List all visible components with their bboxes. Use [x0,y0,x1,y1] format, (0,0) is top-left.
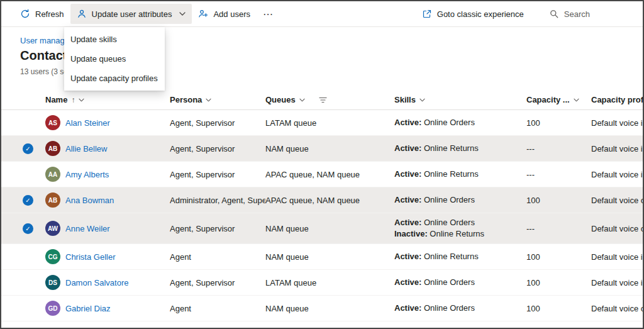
capacity-profile-cell: Default voice i [591,170,644,179]
avatar: AW [45,221,60,236]
search-icon [549,9,559,19]
avatar-cell: AS [45,115,65,130]
update-user-attributes-label: Update user attributes [92,9,172,19]
skills-cell: Active: Online OrdersInactive: Online Re… [394,213,526,243]
capacity-cell: 100 [526,278,591,287]
chevron-down-icon [79,98,84,102]
update-user-attributes-button[interactable]: Update user attributes [70,4,192,24]
row-select-cell[interactable]: ✓ [20,195,45,206]
table-row[interactable]: ✓ AS Alan Steiner Agent, Supervisor LATA… [1,110,643,136]
capacity-cell: 100 [526,196,591,205]
capacity-profile-cell: Default voice i [591,278,644,287]
column-label-persona: Persona [170,95,202,104]
selected-check-icon: ✓ [23,143,33,154]
chevron-down-icon [206,98,211,102]
menu-item-update-skills[interactable]: Update skills [64,30,165,49]
column-header-capacity-profile[interactable]: Capacity profile [591,95,644,104]
capacity-cell: --- [526,170,591,179]
table-row[interactable]: ✓ DS Damon Salvatore Agent, Supervisor L… [1,270,643,296]
capacity-profile-cell: Default voice c [591,304,644,313]
column-header-persona[interactable]: Persona [170,95,265,104]
persona-cell: Agent, Supervisor [170,170,265,179]
column-header-skills[interactable]: Skills [394,95,526,104]
table-row[interactable]: ✓ GD Gabriel Diaz Agent NAM queue Active… [1,296,643,321]
skills-cell: Active: Online Returns [394,139,526,158]
avatar-cell: GD [45,301,65,316]
user-name-link[interactable]: Amy Alberts [65,170,109,179]
capacity-profile-cell: Default voice i [591,144,644,153]
capacity-cell: 100 [526,304,591,313]
skills-cell: Active: Online Orders [394,299,526,318]
column-label-name: Name [45,95,67,104]
person-icon [77,9,87,19]
capacity-cell: --- [526,224,591,233]
capacity-cell: --- [526,144,591,153]
row-select-cell[interactable]: ✓ [20,169,45,180]
column-label-capacity: Capacity ... [526,95,570,104]
app-window: Refresh Update user attributes [0,0,644,329]
skills-cell: Active: Online Returns [394,165,526,184]
refresh-label: Refresh [35,9,64,19]
table-body: ✓ AS Alan Steiner Agent, Supervisor LATA… [1,110,643,321]
user-name-link[interactable]: Ana Bowman [65,196,114,205]
capacity-profile-cell: Default voice c [591,196,644,205]
persona-cell: Agent, Supervisor [170,118,265,128]
user-name-link[interactable]: Christa Geller [65,252,115,262]
persona-cell: Agent [170,304,265,313]
table-row[interactable]: ✓ CG Christa Geller Agent NAM queue Acti… [1,244,643,270]
add-person-icon [198,9,208,19]
search-button[interactable]: Search [543,4,596,24]
more-icon: ⋯ [263,8,274,20]
queues-cell: APAC queue, NAM queue [265,170,394,179]
goto-classic-label: Goto classic experience [437,9,524,19]
queues-cell: NAM queue [265,224,394,233]
row-select-cell[interactable]: ✓ [20,118,45,128]
table-row[interactable]: ✓ AW Anne Weiler Agent, Supervisor NAM q… [1,213,643,244]
table-row[interactable]: ✓ AB Ana Bowman Administrator, Agent, Su… [1,187,643,213]
update-attributes-menu: Update skills Update queues Update capac… [64,27,165,91]
chevron-down-icon [179,12,186,16]
user-name-link[interactable]: Allie Bellew [65,144,107,153]
open-in-window-icon [422,9,432,19]
row-select-cell[interactable]: ✓ [20,143,45,154]
avatar: DS [45,275,60,290]
avatar-cell: AB [45,192,65,208]
users-table: Name ↑ Persona Queues Skills Capacity ..… [1,90,643,321]
goto-classic-experience-button[interactable]: Goto classic experience [416,4,530,24]
capacity-profile-cell: Default voice c [591,224,644,233]
column-header-queues[interactable]: Queues [265,95,394,104]
avatar: AB [45,192,60,208]
sort-ascending-icon: ↑ [71,96,75,104]
selected-check-icon: ✓ [23,223,33,234]
row-select-cell[interactable]: ✓ [20,252,45,262]
refresh-button[interactable]: Refresh [14,4,70,24]
table-row[interactable]: ✓ AA Amy Alberts Agent, Supervisor APAC … [1,162,643,187]
refresh-icon [20,9,30,19]
user-name-link[interactable]: Alan Steiner [65,118,110,128]
capacity-cell: 100 [526,118,591,128]
menu-item-update-capacity-profiles[interactable]: Update capacity profiles [64,69,165,88]
row-select-cell[interactable]: ✓ [20,223,45,234]
queues-cell: NAM queue [265,304,394,313]
queues-cell: NAM queue [265,144,394,153]
user-name-link[interactable]: Gabriel Diaz [65,304,111,313]
column-header-name[interactable]: Name ↑ [45,95,170,104]
skills-cell: Active: Online Orders [394,273,526,292]
add-users-button[interactable]: Add users [192,4,257,24]
row-select-cell[interactable]: ✓ [20,277,45,288]
user-name-link[interactable]: Damon Salvatore [65,278,128,287]
persona-cell: Agent, Supervisor [170,278,265,287]
queues-cell: LATAM queue [265,118,394,128]
more-commands-button[interactable]: ⋯ [257,4,280,24]
column-header-capacity[interactable]: Capacity ... [526,95,591,104]
capacity-profile-cell: Default voice i [591,118,644,128]
menu-item-update-queues[interactable]: Update queues [64,49,165,69]
user-name-link[interactable]: Anne Weiler [65,224,110,233]
row-select-cell[interactable]: ✓ [20,303,45,314]
queues-cell: NAM queue [265,252,394,262]
persona-cell: Agent, Supervisor [170,144,265,153]
avatar-cell: DS [45,275,65,290]
table-row[interactable]: ✓ AB Allie Bellew Agent, Supervisor NAM … [1,136,643,162]
persona-cell: Administrator, Agent, Supervisor [170,196,265,205]
avatar: CG [45,249,60,264]
